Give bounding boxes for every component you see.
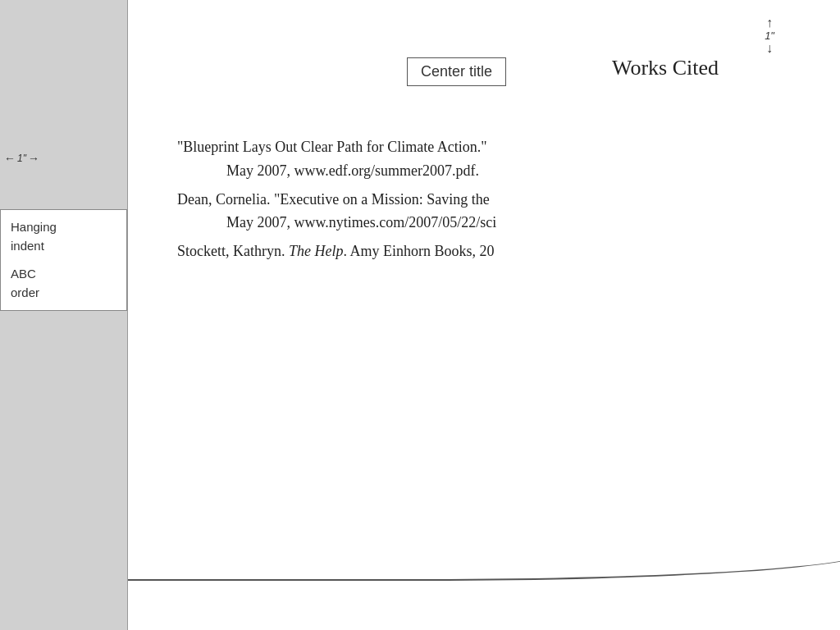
hanging-indent-callout: Hanging indent ABC order <box>0 209 127 311</box>
hanging-indent-line1: Hanging <box>11 218 116 237</box>
left-margin-indicator: ← 1" → <box>4 152 39 165</box>
hanging-indent-line2: indent <box>11 237 116 256</box>
arrow-right-icon: → <box>28 152 39 165</box>
abc-order-line1: ABC <box>11 265 116 284</box>
citations-area: "Blueprint Lays Out Clear Path for Clima… <box>128 135 840 263</box>
top-margin-indicator: ↑ 1" ↓ <box>765 16 774 55</box>
works-cited-heading: Works Cited <box>612 56 719 80</box>
italic-title: The Help <box>289 243 344 259</box>
margin-measure-label: 1" <box>17 153 26 164</box>
document-page: ↑ 1" ↓ Center title Works Cited "Bluepri… <box>127 0 840 630</box>
left-margin-area <box>0 0 127 630</box>
arrow-up-icon: ↑ <box>766 16 773 30</box>
arrow-left-icon: ← <box>4 152 16 165</box>
center-title-box: Center title <box>407 57 506 86</box>
abc-order-line2: order <box>11 284 116 303</box>
citation-1-continuation: May 2007, www.edf.org/summer2007.pdf. <box>177 159 815 183</box>
citation-1-first: "Blueprint Lays Out Clear Path for Clima… <box>177 135 815 159</box>
arrow-down-icon: ↓ <box>766 42 773 55</box>
center-title-label: Center title <box>421 63 492 80</box>
citation-2-first: Dean, Cornelia. "Executive on a Mission:… <box>177 188 815 212</box>
citation-2-continuation: May 2007, www.nytimes.com/2007/05/22/sci <box>177 211 815 235</box>
top-margin-label: 1" <box>765 30 774 42</box>
citation-3-first: Stockett, Kathryn. The Help. Amy Einhorn… <box>177 240 815 263</box>
page-container: ↑ 1" ↓ Center title Works Cited "Bluepri… <box>0 0 840 630</box>
